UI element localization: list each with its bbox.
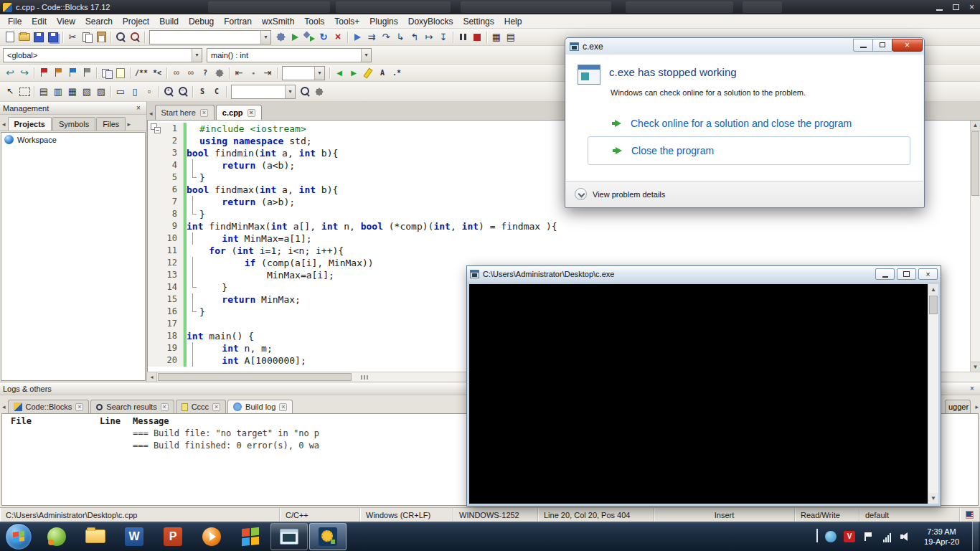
chevron-down-icon[interactable]: ▾: [192, 49, 202, 62]
scrollbar-thumb[interactable]: [971, 131, 979, 196]
toggle-bookmark-button[interactable]: [37, 66, 51, 80]
clear-bookmarks-button[interactable]: [80, 66, 94, 80]
frame-5-button[interactable]: ▨: [94, 85, 108, 99]
scroll-left-icon[interactable]: ◂: [147, 372, 157, 382]
code-line[interactable]: 9−int findMinMax(int a[], int n, bool (*…: [148, 220, 980, 232]
tab-symbols[interactable]: Symbols: [52, 117, 95, 131]
run-button[interactable]: [288, 30, 302, 44]
save-button[interactable]: [32, 30, 46, 44]
chevron-down-icon[interactable]: ▾: [314, 67, 324, 80]
frame-2-button[interactable]: ▥: [51, 85, 65, 99]
maximize-button[interactable]: [872, 39, 892, 52]
run-to-cursor-button[interactable]: ⇉: [364, 30, 379, 44]
close-tab-icon[interactable]: ×: [75, 403, 83, 411]
minimize-button[interactable]: [875, 268, 895, 280]
close-tab-icon[interactable]: ×: [161, 403, 169, 411]
settings-wrench-button[interactable]: [212, 66, 227, 80]
tab-files[interactable]: Files: [96, 117, 126, 131]
taskbar-app-powerpoint[interactable]: P: [154, 523, 192, 550]
maximize-button[interactable]: [897, 268, 916, 280]
taskbar-app-media[interactable]: [193, 523, 230, 550]
column-file[interactable]: File: [11, 416, 100, 426]
tab-scroll-left-icon[interactable]: ◂: [149, 110, 155, 120]
splitter-grip[interactable]: [361, 375, 368, 380]
close-button[interactable]: ×: [918, 268, 938, 280]
comment-icon[interactable]: /**: [133, 66, 150, 80]
tray-icon-antivirus[interactable]: V: [844, 531, 855, 542]
prev-bookmark-button[interactable]: [51, 66, 65, 80]
menu-debug[interactable]: Debug: [184, 15, 219, 28]
debug-continue-button[interactable]: [350, 30, 364, 44]
view-problem-details[interactable]: View problem details: [566, 181, 923, 207]
close-program-option[interactable]: Close the program: [588, 136, 910, 165]
titlebar[interactable]: c.cpp - Code::Blocks 17.12 ×: [0, 0, 980, 14]
taskbar-app-console[interactable]: [270, 523, 308, 550]
menu-tools[interactable]: Tools: [299, 15, 329, 28]
jump-back-button[interactable]: ◀: [332, 66, 347, 80]
tab-scroll-left-icon[interactable]: ◂: [1, 403, 8, 413]
taskbar-app-word[interactable]: W: [116, 523, 153, 550]
taskbar-app-windows[interactable]: [232, 523, 269, 550]
tab-codeblocks-log[interactable]: Code::Blocks ×: [8, 400, 90, 413]
cut-button[interactable]: ✂: [65, 30, 80, 44]
tab-cccc[interactable]: Cccc ×: [176, 400, 226, 413]
start-button[interactable]: [5, 523, 32, 550]
code-line[interactable]: 11− for (int i=1; i<n; i++){: [148, 245, 980, 257]
tab-scroll-right-icon[interactable]: ▸: [126, 121, 133, 131]
build-and-run-button[interactable]: [302, 30, 316, 44]
tab-scroll-right-icon[interactable]: ▸: [975, 403, 979, 410]
frame-1-button[interactable]: ▤: [37, 85, 51, 99]
taskbar-app-codeblocks[interactable]: [309, 523, 347, 550]
tab-c-cpp[interactable]: c.cpp ×: [216, 105, 262, 120]
tool-wrench-button[interactable]: [312, 85, 326, 99]
script-combo[interactable]: ▾: [231, 85, 296, 99]
zoom-out-button[interactable]: [176, 85, 190, 99]
help-icon[interactable]: ?: [198, 66, 212, 80]
scrollbar-thumb[interactable]: [158, 373, 352, 381]
fonts-icon[interactable]: A: [375, 66, 390, 80]
close-tab-icon[interactable]: ×: [212, 403, 220, 411]
menu-build[interactable]: Build: [154, 15, 184, 28]
goto-next-changed-button[interactable]: ⇥: [260, 66, 275, 80]
scrollbar-thumb[interactable]: [929, 296, 938, 314]
scroll-up-icon[interactable]: ▲: [971, 121, 980, 131]
scope-combo[interactable]: <global> ▾: [3, 48, 202, 62]
abort-button[interactable]: ×: [331, 30, 345, 44]
keyboard-layout-icon[interactable]: [966, 511, 974, 519]
close-tab-icon[interactable]: ×: [248, 109, 255, 117]
letter-c-icon[interactable]: C: [209, 85, 224, 99]
close-icon[interactable]: ×: [967, 384, 977, 394]
close-tab-icon[interactable]: ×: [279, 403, 287, 411]
fold-margin[interactable]: −: [151, 123, 157, 130]
step-into-instruction-button[interactable]: ↧: [436, 30, 451, 44]
open-include-file-button[interactable]: [113, 66, 128, 80]
editor-vertical-scrollbar[interactable]: ▲ ▼: [970, 121, 980, 372]
goto-declaration-button[interactable]: ∞: [169, 66, 184, 80]
zoom-in-button[interactable]: [161, 85, 176, 99]
column-line[interactable]: Line: [100, 416, 133, 426]
restore-icon[interactable]: [953, 4, 959, 10]
taskbar-app-explorer[interactable]: [77, 523, 114, 550]
tab-search-results[interactable]: Search results ×: [90, 400, 174, 413]
clock[interactable]: 7:39 AM 19-Apr-20: [918, 527, 965, 547]
close-icon[interactable]: ×: [969, 3, 974, 11]
tab-start-here[interactable]: Start here ×: [155, 105, 215, 120]
search-dropdown-button[interactable]: [298, 85, 312, 99]
frame-4-button[interactable]: ▧: [80, 85, 94, 99]
goto-prev-changed-button[interactable]: ⇤: [232, 66, 246, 80]
menu-fortran[interactable]: Fortran: [219, 15, 257, 28]
incremental-search-combo[interactable]: ▾: [282, 66, 325, 80]
menu-settings[interactable]: Settings: [458, 15, 499, 28]
dialog-titlebar[interactable]: c.exe ×: [565, 38, 924, 55]
various-info-button[interactable]: ▤: [504, 30, 518, 44]
menu-doxyblocks[interactable]: DoxyBlocks: [403, 15, 458, 28]
tab-debugger-partial[interactable]: ugger: [945, 400, 971, 413]
chevron-down-icon[interactable]: ▾: [285, 85, 295, 98]
menu-edit[interactable]: Edit: [27, 15, 52, 28]
last-eol-button[interactable]: ●: [246, 66, 260, 80]
break-debugger-button[interactable]: [456, 30, 470, 44]
frame-3-button[interactable]: ▦: [65, 85, 80, 99]
letter-s-icon[interactable]: S: [195, 85, 209, 99]
tab-scroll-left-icon[interactable]: ◂: [1, 121, 8, 131]
uncomment-icon[interactable]: *<: [150, 66, 164, 80]
